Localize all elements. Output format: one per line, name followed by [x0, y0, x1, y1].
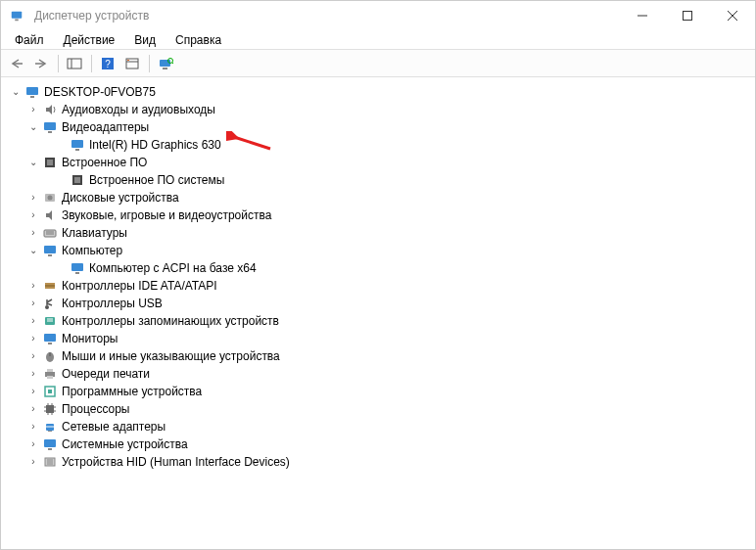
- tree-item-keyboard[interactable]: › Клавиатуры: [9, 224, 755, 242]
- software-device-icon: [42, 384, 58, 399]
- cpu-icon: [42, 401, 58, 417]
- tree-item-label: Компьютер: [62, 242, 122, 259]
- device-tree[interactable]: ⌄ DESKTOP-0FVOB75 › Аудиовходы и аудиовы…: [1, 77, 755, 549]
- properties-button[interactable]: [120, 53, 144, 74]
- expand-icon[interactable]: ›: [26, 402, 40, 416]
- minimize-button[interactable]: [620, 1, 665, 30]
- tree-item-video[interactable]: ⌄ Видеоадаптеры: [9, 118, 755, 136]
- tree-item-label: Звуковые, игровые и видеоустройства: [62, 206, 271, 224]
- svg-rect-35: [48, 254, 52, 256]
- expand-icon[interactable]: ›: [26, 455, 40, 469]
- svg-rect-21: [44, 122, 56, 130]
- svg-rect-55: [48, 390, 52, 393]
- printer-icon: [42, 366, 58, 382]
- app-icon: [9, 8, 24, 23]
- tree-item-print[interactable]: › Очереди печати: [9, 365, 755, 383]
- tree-item-label: Клавиатуры: [62, 224, 127, 242]
- scan-hardware-button[interactable]: [154, 53, 177, 74]
- svg-rect-34: [44, 246, 56, 253]
- tree-item-firmware[interactable]: ⌄ Встроенное ПО: [9, 154, 755, 171]
- svg-rect-16: [163, 68, 167, 69]
- tree-item-label: Мониторы: [62, 330, 118, 347]
- tree-item-label: Мыши и иные указывающие устройства: [62, 347, 280, 365]
- menubar: Файл Действие Вид Справка: [1, 30, 755, 50]
- tree-root[interactable]: ⌄ DESKTOP-0FVOB75: [9, 83, 755, 101]
- collapse-icon[interactable]: ⌄: [26, 156, 40, 169]
- tree-item-sound[interactable]: › Звуковые, игровые и видеоустройства: [9, 206, 755, 224]
- expand-icon[interactable]: ›: [26, 279, 40, 293]
- tree-item-computer-child[interactable]: Компьютер с ACPI на базе x64: [9, 259, 755, 277]
- svg-rect-47: [44, 334, 56, 342]
- svg-rect-36: [71, 263, 83, 271]
- expand-icon[interactable]: ›: [26, 314, 40, 328]
- expand-icon[interactable]: ›: [26, 103, 40, 116]
- svg-rect-56: [46, 405, 54, 413]
- display-adapter-icon: [42, 119, 58, 135]
- expand-icon[interactable]: ›: [26, 420, 40, 434]
- ide-icon: [42, 278, 58, 294]
- expand-icon[interactable]: ›: [26, 437, 40, 451]
- toolbar-separator: [149, 55, 150, 72]
- tree-item-hid[interactable]: › Устройства HID (Human Interface Device…: [9, 453, 755, 471]
- nav-back-button[interactable]: [5, 53, 28, 74]
- tree-item-video-child[interactable]: Intel(R) HD Graphics 630: [9, 136, 755, 154]
- tree-item-firmware-child[interactable]: Встроенное ПО системы: [9, 171, 755, 189]
- svg-point-30: [48, 196, 53, 201]
- tree-item-monitor[interactable]: › Мониторы: [9, 330, 755, 347]
- toolbar: ?: [1, 50, 755, 77]
- expand-icon[interactable]: ›: [26, 208, 40, 222]
- tree-item-system[interactable]: › Системные устройства: [9, 435, 755, 453]
- tree-item-audio[interactable]: › Аудиовходы и аудиовыходы: [9, 101, 755, 118]
- menu-help[interactable]: Справка: [167, 31, 229, 49]
- svg-rect-28: [74, 177, 80, 183]
- show-hide-console-button[interactable]: [63, 53, 86, 74]
- close-button[interactable]: [710, 1, 755, 30]
- mouse-icon: [42, 348, 58, 364]
- collapse-icon[interactable]: ⌄: [26, 244, 40, 257]
- tree-item-label: Очереди печати: [62, 365, 150, 383]
- display-adapter-icon: [70, 137, 85, 153]
- expand-icon[interactable]: ›: [26, 332, 40, 345]
- svg-rect-0: [12, 12, 23, 19]
- storage-controller-icon: [42, 313, 58, 329]
- tree-item-computer[interactable]: ⌄ Компьютер: [9, 242, 755, 259]
- expand-icon[interactable]: ›: [26, 367, 40, 381]
- tree-item-cpu[interactable]: › Процессоры: [9, 400, 755, 418]
- sound-icon: [42, 207, 58, 223]
- nav-forward-button[interactable]: [29, 53, 53, 74]
- tree-root-label: DESKTOP-0FVOB75: [44, 83, 156, 101]
- computer-icon: [70, 260, 85, 276]
- svg-rect-69: [48, 448, 52, 450]
- collapse-icon[interactable]: ⌄: [26, 120, 40, 134]
- expand-icon[interactable]: ›: [26, 385, 40, 398]
- svg-line-18: [172, 63, 173, 64]
- expand-icon[interactable]: ›: [26, 297, 40, 310]
- tree-item-usb[interactable]: › Контроллеры USB: [9, 295, 755, 312]
- network-icon: [42, 419, 58, 435]
- collapse-icon[interactable]: ⌄: [9, 85, 23, 99]
- svg-rect-26: [47, 160, 53, 165]
- tree-item-label: Контроллеры IDE ATA/ATAPI: [62, 277, 217, 295]
- tree-item-storage[interactable]: › Контроллеры запоминающих устройств: [9, 312, 755, 330]
- expand-icon[interactable]: ›: [26, 349, 40, 363]
- svg-text:?: ?: [105, 59, 111, 69]
- tree-item-mouse[interactable]: › Мыши и иные указывающие устройства: [9, 347, 755, 365]
- usb-icon: [42, 296, 58, 311]
- expand-icon[interactable]: ›: [26, 191, 40, 205]
- help-button[interactable]: ?: [96, 53, 119, 74]
- tree-item-ide[interactable]: › Контроллеры IDE ATA/ATAPI: [9, 277, 755, 295]
- svg-rect-8: [68, 59, 81, 69]
- menu-view[interactable]: Вид: [126, 31, 164, 49]
- tree-item-network[interactable]: › Сетевые адаптеры: [9, 418, 755, 435]
- menu-file[interactable]: Файл: [7, 31, 52, 49]
- svg-rect-20: [30, 96, 34, 98]
- menu-action[interactable]: Действие: [56, 31, 123, 49]
- monitor-icon: [42, 331, 58, 346]
- expand-icon[interactable]: ›: [26, 226, 40, 240]
- tree-item-disk[interactable]: › Дисковые устройства: [9, 189, 755, 206]
- tree-item-label: Компьютер с ACPI на базе x64: [89, 259, 257, 277]
- tree-item-software[interactable]: › Программные устройства: [9, 383, 755, 400]
- svg-rect-48: [48, 343, 52, 344]
- maximize-button[interactable]: [665, 1, 710, 30]
- svg-rect-67: [48, 431, 52, 432]
